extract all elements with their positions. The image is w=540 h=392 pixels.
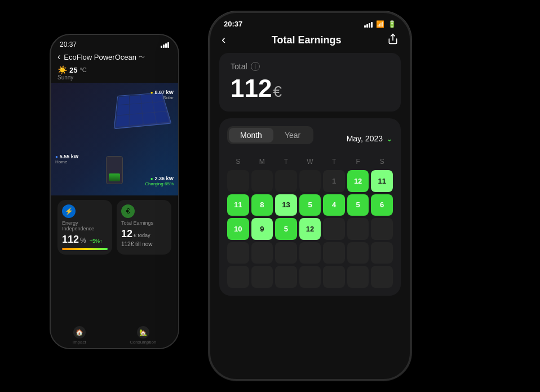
- cal-cell-empty-w3a: [323, 218, 345, 240]
- cal-cell-12-w1[interactable]: 12: [347, 170, 369, 192]
- phone1-home-kw: 5.55 kW: [60, 154, 79, 159]
- cal-cell-5-w2[interactable]: 5: [299, 194, 321, 216]
- month-value: May, 2023: [347, 134, 383, 143]
- energy-unit: %: [80, 237, 86, 244]
- phone1-home-label: Home: [55, 159, 78, 164]
- cal-cell-empty-w3c: [371, 218, 393, 240]
- total-currency: €: [273, 83, 282, 100]
- cal-cell-empty: [275, 170, 297, 192]
- cal-day-t1: T: [275, 157, 297, 167]
- cal-cell-12-w3[interactable]: 12: [299, 218, 321, 240]
- cal-cell-empty-w4g: [371, 242, 393, 264]
- sun-icon: ☀️: [57, 65, 67, 74]
- cal-cell-4[interactable]: 4: [323, 194, 345, 216]
- total-earnings-widget: € Total Earnings 12 € today 112€ till no…: [117, 200, 171, 255]
- earnings-label: Total Earnings: [121, 220, 167, 226]
- earnings-icon: €: [121, 204, 135, 218]
- cal-cell-empty-w5a: [227, 266, 249, 288]
- tab-month-button[interactable]: Month: [229, 128, 273, 142]
- phone1-condition: Sunny: [51, 74, 178, 83]
- calendar-header: S M T W T F S: [227, 157, 393, 167]
- phone1-temp-unit: °C: [79, 66, 86, 73]
- period-tab-switch: Month Year: [227, 126, 313, 144]
- nav-item-consumption[interactable]: 🏡 Consumption: [130, 326, 156, 345]
- cal-cell-8[interactable]: 8: [251, 194, 273, 216]
- phone1-bottom-nav: 🏠 Impact 🏡 Consumption: [51, 323, 178, 348]
- cal-day-s2: S: [371, 157, 393, 167]
- consumption-icon: 🏡: [137, 326, 149, 338]
- phone2-page-title: Total Earnings: [272, 34, 342, 46]
- cal-cell-empty: [227, 170, 249, 192]
- cal-cell-5-w3[interactable]: 5: [275, 218, 297, 240]
- cal-cell-13[interactable]: 13: [275, 194, 297, 216]
- cal-day-f: F: [347, 157, 369, 167]
- cal-cell-empty-w4d: [299, 242, 321, 264]
- cal-cell-empty-w5e: [323, 266, 345, 288]
- cal-cell-5-w2b[interactable]: 5: [347, 194, 369, 216]
- impact-icon: 🏠: [73, 326, 86, 338]
- earnings-unit: € today: [134, 233, 151, 238]
- earnings-value: 12: [121, 228, 132, 240]
- energy-label: Energy Independence: [62, 220, 108, 231]
- phone1-battery-label: Charging·65%: [145, 181, 174, 186]
- energy-badge: +5%↑: [90, 238, 103, 244]
- total-amount-value: 112: [231, 74, 272, 102]
- consumption-label: Consumption: [130, 340, 156, 345]
- energy-progress-bar: [62, 248, 108, 250]
- phone2-status-icons: 📶 🔋: [364, 20, 396, 28]
- phone1: 20:37 ‹ EcoFlow PowerOcean 〜 ☀️ 25 °C Su…: [50, 34, 179, 349]
- cal-cell-empty: [251, 170, 273, 192]
- total-amount: 112€: [231, 74, 389, 103]
- energy-independence-widget: ⚡ Energy Independence 112 % +5%↑: [57, 200, 112, 255]
- cal-cell-9[interactable]: 9: [251, 218, 273, 240]
- month-selector[interactable]: May, 2023 ⌄: [347, 134, 393, 143]
- phone1-device-title: EcoFlow PowerOcean: [64, 53, 136, 61]
- energy-icon: ⚡: [62, 204, 76, 218]
- phone1-widgets: ⚡ Energy Independence 112 % +5%↑ € Total…: [51, 195, 178, 259]
- cal-cell-10[interactable]: 10: [227, 218, 249, 240]
- chevron-down-icon: ⌄: [386, 134, 393, 143]
- total-card: Total i 112€: [219, 53, 401, 112]
- cal-day-t2: T: [323, 157, 345, 167]
- phone1-solar-kw: 8.07 kW: [154, 90, 174, 95]
- phone2: 20:37 📶 🔋 ‹ Total Earnings: [209, 11, 411, 381]
- total-card-label: Total i: [231, 62, 389, 71]
- phone1-back-button[interactable]: ‹: [57, 52, 60, 62]
- cal-cell-empty-w4c: [275, 242, 297, 264]
- info-icon[interactable]: i: [251, 62, 260, 71]
- phone2-status-bar: 20:37 📶 🔋: [210, 13, 410, 30]
- cal-cell-empty-w5g: [371, 266, 393, 288]
- tab-year-button[interactable]: Year: [273, 128, 312, 142]
- cal-cell-empty: [299, 170, 321, 192]
- phone1-signal-icon: [161, 41, 169, 48]
- cal-cell-6[interactable]: 6: [371, 194, 393, 216]
- phone1-header: ‹ EcoFlow PowerOcean 〜: [51, 51, 178, 64]
- cal-cell-11-w1[interactable]: 11: [371, 170, 393, 192]
- phone1-solar-label: Solar: [151, 95, 174, 100]
- cal-day-m: M: [251, 157, 273, 167]
- cal-cell-empty-w4f: [347, 242, 369, 264]
- phone2-share-button[interactable]: [387, 33, 399, 47]
- phone1-temperature: 25: [69, 66, 77, 74]
- earnings-till-now: 112€ till now: [121, 241, 167, 247]
- cal-cell-empty-w3b: [347, 218, 369, 240]
- cal-cell-empty-w4a: [227, 242, 249, 264]
- cal-cell-empty-w5d: [299, 266, 321, 288]
- phone1-hero-graphic: ● 8.07 kW Solar ● 5.55 kW Home ● 2.36 kW…: [51, 83, 178, 195]
- cal-cell-empty-w5c: [275, 266, 297, 288]
- phone2-header: ‹ Total Earnings: [210, 30, 410, 53]
- phone2-wifi-icon: 📶: [376, 20, 384, 28]
- phone1-battery-kw: 2.36 kW: [154, 176, 174, 181]
- total-label-text: Total: [231, 62, 247, 71]
- scene: 20:37 ‹ EcoFlow PowerOcean 〜 ☀️ 25 °C Su…: [0, 0, 540, 392]
- phone2-signal-icon: [364, 21, 373, 28]
- calendar-section: Month Year May, 2023 ⌄ S M T W T F S: [219, 118, 401, 296]
- phone1-time: 20:37: [60, 41, 77, 48]
- phone2-battery-icon: 🔋: [388, 20, 396, 28]
- phone2-back-button[interactable]: ‹: [222, 33, 225, 47]
- phone1-wifi-icon: 〜: [139, 53, 145, 61]
- cal-cell-1[interactable]: 1: [323, 170, 345, 192]
- nav-item-impact[interactable]: 🏠 Impact: [73, 326, 86, 345]
- cal-cell-11-w2[interactable]: 11: [227, 194, 249, 216]
- calendar-grid: 1 12 11 11 8 13 5 4 5 6 10 9 5 12: [227, 170, 393, 288]
